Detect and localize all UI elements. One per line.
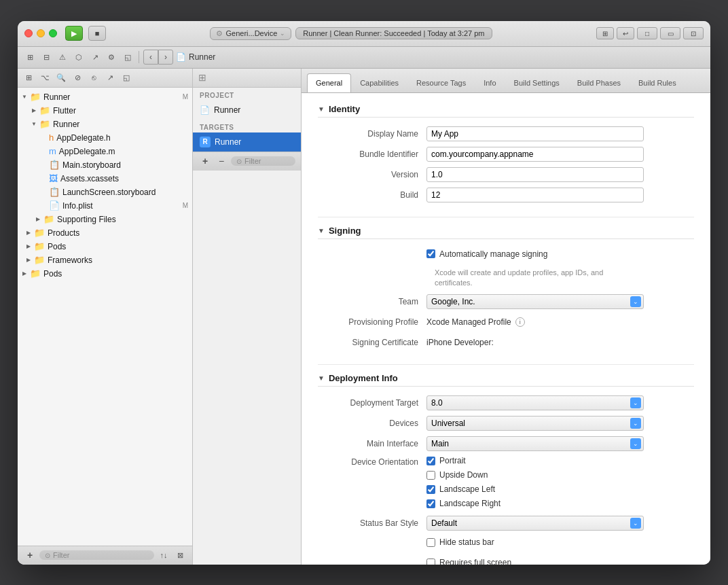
assets-label: Assets.xcassets <box>60 174 119 183</box>
flutter-label: Flutter <box>53 106 76 116</box>
pods-root-label: Pods <box>43 269 62 279</box>
tab-build-rules[interactable]: Build Rules <box>630 73 685 92</box>
provisioning-info-icon[interactable]: i <box>515 317 525 327</box>
folder-icon: 📁 <box>30 92 41 102</box>
plist-badge: M <box>183 202 188 209</box>
upside-down-row: Upside Down <box>426 470 500 480</box>
landscape-right-label: Landscape Right <box>439 499 500 508</box>
hide-status-checkbox[interactable] <box>426 538 435 547</box>
settings-icon[interactable]: ⚙ <box>105 50 118 64</box>
layout-btn-2[interactable]: ↩ <box>617 27 634 39</box>
deployment-toggle[interactable]: ▼ <box>318 374 325 382</box>
forward-button[interactable]: › <box>158 50 173 65</box>
main-interface-select[interactable]: Main <box>426 436 644 451</box>
tree-frameworks[interactable]: ▶ 📁 Frameworks <box>18 253 192 267</box>
sort-btn[interactable]: ↑↓ <box>157 548 170 562</box>
project-item[interactable]: 📄 Runner <box>193 101 301 120</box>
full-screen-label: Requires full screen <box>439 558 511 564</box>
auto-manage-checkbox[interactable] <box>426 249 435 258</box>
middle-footer: + − ⊙ Filter <box>193 152 301 171</box>
tab-capabilities[interactable]: Capabilities <box>351 73 407 92</box>
devices-select[interactable]: Universal iPhone iPad <box>426 416 644 431</box>
warning-icon[interactable]: ⚠ <box>56 50 69 64</box>
tree-runner-group[interactable]: ▼ 📁 Runner <box>18 118 192 131</box>
tree-launchscreen[interactable]: ▶ 📋 LaunchScreen.storyboard <box>18 185 192 199</box>
link-icon[interactable]: ⎋ <box>87 71 101 84</box>
share-icon[interactable]: ↗ <box>103 71 117 84</box>
full-screen-checkbox[interactable] <box>426 559 435 565</box>
supporting-label: Supporting Files <box>57 215 116 224</box>
products-label: Products <box>48 228 79 238</box>
refresh-btn[interactable]: ⊠ <box>173 548 187 562</box>
tab-general[interactable]: General <box>307 73 351 92</box>
target-icon: R <box>200 137 211 147</box>
layout-btn-4[interactable]: ▭ <box>660 27 680 39</box>
connect-icon[interactable]: ↗ <box>88 50 102 64</box>
tree-appdelegate-m[interactable]: ▶ m AppDelegate.m <box>18 145 192 158</box>
main-interface-row: Main Interface Main ⌄ <box>318 436 694 452</box>
tree-flutter[interactable]: ▶ 📁 Flutter <box>18 104 192 118</box>
tab-build-phases[interactable]: Build Phases <box>568 73 630 92</box>
deployment-title: ▼ Deployment Info <box>318 373 694 387</box>
tree-products[interactable]: ▶ 📁 Products <box>18 226 192 240</box>
add-target-btn[interactable]: + <box>198 154 212 168</box>
landscape-right-checkbox[interactable] <box>426 499 435 508</box>
deploy-target-select[interactable]: 8.0 <box>426 395 644 410</box>
orientation-group: Portrait Upside Down Landscape Left <box>426 456 500 511</box>
version-input[interactable] <box>426 167 644 182</box>
root-badge: M <box>183 93 188 101</box>
filter-icon-nav: ⊙ <box>45 552 50 559</box>
target-runner-item[interactable]: R Runner <box>193 132 301 152</box>
close-button[interactable] <box>24 29 33 37</box>
tab-resource-tags[interactable]: Resource Tags <box>407 73 475 92</box>
filter-box-middle[interactable]: ⊙ Filter <box>231 156 295 166</box>
display-name-input[interactable] <box>426 126 644 141</box>
sidebar-toggle[interactable]: ⊞ <box>23 50 37 64</box>
tree-root[interactable]: ▼ 📁 Runner M <box>18 90 192 104</box>
tree-assets[interactable]: ▶ 🖼 Assets.xcassets <box>18 172 192 185</box>
signing-section: ▼ Signing Automatically manage signing X… <box>318 226 694 351</box>
search-icon[interactable]: 🔍 <box>54 71 68 84</box>
filter-box[interactable]: ⊙ Filter <box>39 550 154 560</box>
scheme-selector[interactable]: ⚙ Generi...Device ⌄ <box>210 27 291 40</box>
identity-toggle[interactable]: ▼ <box>318 105 325 113</box>
source-ctrl-btn[interactable]: ⌥ <box>38 71 52 84</box>
add-file-button[interactable]: + <box>23 548 37 562</box>
upside-down-checkbox[interactable] <box>426 471 435 480</box>
tree-appdelegate-h[interactable]: ▶ h AppDelegate.h <box>18 131 192 145</box>
tree-pods-root[interactable]: ▶ 📁 Pods <box>18 267 192 281</box>
layout-btn-3[interactable]: □ <box>637 27 657 39</box>
filter-icon[interactable]: ⊘ <box>71 71 84 84</box>
layout-btn-5[interactable]: ⊡ <box>683 27 704 39</box>
tag-icon[interactable]: ⬡ <box>72 50 86 64</box>
tree-main-storyboard[interactable]: ▶ 📋 Main.storyboard <box>18 158 192 172</box>
tab-bar: General Capabilities Resource Tags Info … <box>302 69 710 93</box>
localize-icon[interactable]: ⊟ <box>39 50 53 64</box>
frameworks-arrow: ▶ <box>24 256 33 264</box>
minimize-button[interactable] <box>37 29 45 37</box>
tree-pods-sub[interactable]: ▶ 📁 Pods <box>18 240 192 253</box>
tab-info[interactable]: Info <box>475 73 505 92</box>
comment-icon[interactable]: ◱ <box>120 71 133 84</box>
certificate-row: Signing Certificate iPhone Developer: <box>318 334 694 351</box>
stop-button[interactable]: ■ <box>88 26 106 41</box>
back-button[interactable]: ‹ <box>143 50 158 65</box>
landscape-left-checkbox[interactable] <box>426 485 435 494</box>
chat-icon[interactable]: ◱ <box>121 50 134 64</box>
layout-btn-1[interactable]: ⊞ <box>596 27 614 39</box>
launchscreen-label: LaunchScreen.storyboard <box>62 188 156 197</box>
grid-view-btn[interactable]: ⊞ <box>22 71 35 84</box>
signing-toggle[interactable]: ▼ <box>318 227 325 234</box>
remove-target-btn[interactable]: − <box>215 154 228 168</box>
tab-build-settings[interactable]: Build Settings <box>505 73 568 92</box>
build-input[interactable] <box>426 188 644 202</box>
status-bar-select[interactable]: Default Light Content <box>426 516 644 531</box>
play-button[interactable]: ▶ <box>65 26 83 41</box>
editor-toggle-btn[interactable]: ⊞ <box>198 72 206 83</box>
bundle-id-input[interactable] <box>426 147 644 162</box>
team-select[interactable]: Google, Inc. <box>426 294 644 309</box>
tree-supporting[interactable]: ▶ 📁 Supporting Files <box>18 213 192 226</box>
tree-info-plist[interactable]: ▶ 📄 Info.plist M <box>18 199 192 213</box>
maximize-button[interactable] <box>49 29 57 37</box>
portrait-checkbox[interactable] <box>426 457 435 465</box>
